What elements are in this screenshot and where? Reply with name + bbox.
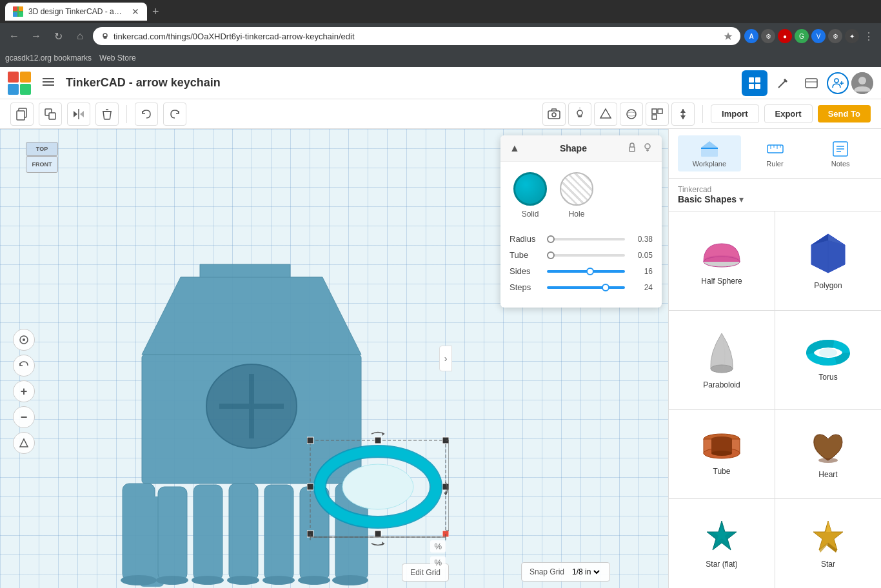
radius-param-row: Radius 0.38 xyxy=(510,234,653,244)
ext3-icon[interactable]: G xyxy=(795,29,809,43)
mirror-button[interactable] xyxy=(67,103,90,126)
torus-selected-object[interactable] xyxy=(307,431,449,549)
cube-top-face[interactable]: TOP xyxy=(26,142,58,156)
ext5-icon[interactable]: ⚙ xyxy=(828,29,842,43)
svg-marker-40 xyxy=(680,109,686,113)
svg-rect-23 xyxy=(17,111,25,120)
svg-point-21 xyxy=(858,77,866,84)
ruler-label: Ruler xyxy=(766,160,783,168)
grid-tool-button[interactable] xyxy=(646,103,669,126)
bulb-shape-button[interactable] xyxy=(642,142,653,155)
hamburger-button[interactable] xyxy=(39,72,58,93)
user-avatar[interactable] xyxy=(851,72,873,94)
perspective-button[interactable] xyxy=(13,432,35,454)
canvas-container[interactable]: TOP FRONT + − xyxy=(0,129,668,588)
hole-option[interactable]: Hole xyxy=(560,172,593,219)
ext2-icon[interactable]: ● xyxy=(778,29,792,43)
duplicate-button[interactable] xyxy=(39,103,62,126)
paraboloid-icon xyxy=(704,330,740,375)
add-user-button[interactable] xyxy=(827,72,849,94)
ext4-icon[interactable]: V xyxy=(811,29,826,43)
cube-front-face[interactable]: FRONT xyxy=(26,156,58,173)
snap-grid-select[interactable]: 1/8 in xyxy=(569,567,602,577)
svg-rect-36 xyxy=(652,109,657,113)
torus-icon xyxy=(806,338,851,368)
category-dropdown[interactable]: Basic Shapes ▾ xyxy=(678,194,744,204)
reload-button[interactable]: ↻ xyxy=(49,27,67,45)
lock-shape-button[interactable] xyxy=(627,142,637,155)
notes-panel-button[interactable]: Notes xyxy=(809,135,872,172)
shape-item-heart[interactable]: Heart xyxy=(775,410,881,499)
shape-panel-collapse-button[interactable]: ▲ xyxy=(510,142,520,154)
forward-button[interactable]: → xyxy=(27,27,45,45)
reset-camera-button[interactable] xyxy=(13,329,35,351)
snap-grid-control[interactable]: Snap Grid 1/8 in xyxy=(521,562,610,582)
sides-slider[interactable] xyxy=(547,270,625,273)
home-button[interactable]: ⌂ xyxy=(71,27,89,45)
app-title: TinkerCAD - arrow keychain xyxy=(66,76,734,90)
light-tool-button[interactable] xyxy=(568,103,591,126)
svg-point-34 xyxy=(627,110,636,119)
tinkercad-logo[interactable] xyxy=(8,72,31,95)
zoom-in-button[interactable]: + xyxy=(13,380,35,402)
shapes-category-label: Basic Shapes xyxy=(678,194,737,204)
shape-item-tube[interactable]: Tube xyxy=(669,410,775,499)
tube-slider[interactable] xyxy=(547,254,625,257)
profile-icon[interactable]: A xyxy=(744,29,758,43)
back-button[interactable]: ← xyxy=(5,27,23,45)
rotate-button[interactable] xyxy=(13,355,35,377)
tab-close-button[interactable]: ✕ xyxy=(132,6,139,17)
shape-item-torus[interactable]: Torus xyxy=(775,311,881,409)
delete-button[interactable] xyxy=(95,103,119,126)
camera-tool-button[interactable] xyxy=(542,103,566,126)
sphere-tool-button[interactable] xyxy=(620,103,643,126)
export-button[interactable]: Export xyxy=(764,104,813,123)
svg-point-59 xyxy=(121,575,157,585)
svg-point-65 xyxy=(332,575,368,585)
svg-rect-88 xyxy=(629,147,635,152)
more-options-icon[interactable]: ⋮ xyxy=(862,29,876,43)
workplane-panel-button[interactable]: Workplane xyxy=(678,135,741,172)
logo-cell-tr xyxy=(20,72,31,83)
ext1-icon[interactable]: ⚙ xyxy=(761,29,775,43)
undo-button[interactable] xyxy=(135,103,158,126)
radius-slider[interactable] xyxy=(547,238,625,240)
view-cube[interactable]: TOP FRONT xyxy=(19,142,64,187)
zoom-out-button[interactable]: − xyxy=(13,406,35,428)
new-tab-button[interactable]: + xyxy=(150,3,162,21)
hole-circle xyxy=(560,172,593,206)
shape-item-star-flat[interactable]: Star (flat) xyxy=(669,499,775,588)
redo-button[interactable] xyxy=(163,103,186,126)
view-tools xyxy=(542,103,695,126)
address-bar[interactable]: tinkercad.com/things/0OaXHDrt6yi-tinkerc… xyxy=(93,27,740,45)
svg-point-120 xyxy=(711,451,732,456)
solid-option[interactable]: Solid xyxy=(513,172,547,219)
shape-item-half-sphere[interactable]: Half Sphere xyxy=(669,211,775,310)
svg-rect-37 xyxy=(658,109,662,113)
active-tab[interactable]: 3D design TinkerCAD - arrow ke… ✕ xyxy=(5,3,147,21)
ext6-icon[interactable]: ✦ xyxy=(845,29,859,43)
shape-item-polygon[interactable]: Polygon xyxy=(775,211,881,310)
shape-item-paraboloid[interactable]: Paraboloid xyxy=(669,311,775,409)
shape-tool-button[interactable] xyxy=(594,103,617,126)
steps-slider[interactable] xyxy=(547,286,625,289)
import-button[interactable]: Import xyxy=(711,104,758,123)
bookmark-item-org[interactable]: gcasdk12.org bookmarks xyxy=(5,54,92,63)
grid-view-button[interactable] xyxy=(742,70,767,96)
codeblocks-button[interactable] xyxy=(798,70,824,96)
shapes-grid: Half Sphere Polygon xyxy=(669,211,881,588)
tab-title: 3D design TinkerCAD - arrow ke… xyxy=(28,7,124,16)
ruler-panel-button[interactable]: Ruler xyxy=(744,135,807,172)
panel-toggle-button[interactable]: › xyxy=(439,346,452,371)
shape-item-star[interactable]: Star xyxy=(775,499,881,588)
svg-marker-33 xyxy=(600,109,611,118)
svg-rect-68 xyxy=(375,437,381,444)
tube-value: 0.05 xyxy=(630,251,653,260)
bookmark-item-store[interactable]: Web Store xyxy=(99,54,135,63)
sendto-button[interactable]: Send To xyxy=(818,105,871,122)
pickaxe-button[interactable] xyxy=(770,70,796,96)
align-tool-button[interactable] xyxy=(671,103,695,126)
svg-rect-56 xyxy=(264,485,293,580)
category-info: Tinkercad Basic Shapes ▾ xyxy=(678,185,744,204)
copy-button[interactable] xyxy=(10,103,34,126)
